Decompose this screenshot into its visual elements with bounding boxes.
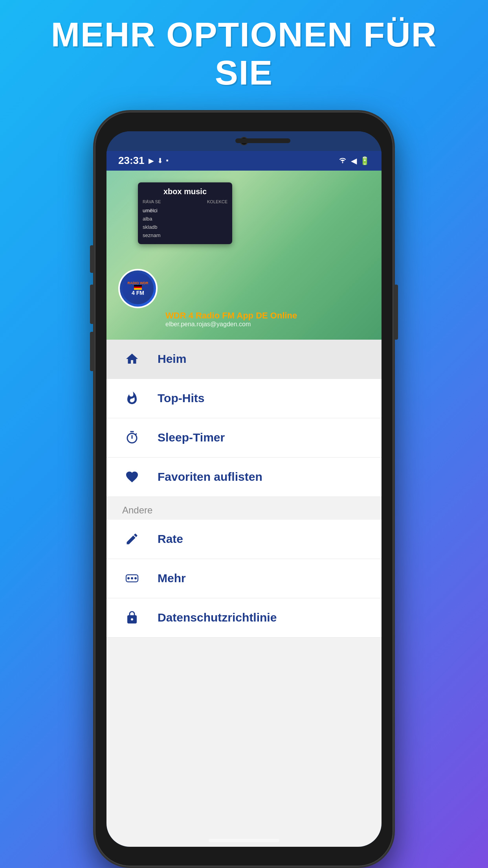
status-bar: 23:31 ▶ ⬇ ▪ ◀ 🔋 xyxy=(106,151,382,171)
app-email: elber.pena.rojas@yagden.com xyxy=(165,321,378,328)
play-icon: ▶ xyxy=(149,156,154,165)
section-andere: Andere xyxy=(106,497,382,520)
rate-icon xyxy=(122,529,142,549)
andere-label: Andere xyxy=(122,505,152,515)
dots-icon xyxy=(122,568,142,588)
lock-icon xyxy=(122,608,142,627)
xbox-header-left: RÁVA SE xyxy=(143,199,161,204)
status-right-icons: ◀ 🔋 xyxy=(338,156,370,166)
radio-logo-inner: RADIO WDR 4 FM xyxy=(122,273,154,304)
volume-up-button xyxy=(90,245,95,273)
home-indicator xyxy=(209,839,279,842)
phone-screen: RADIOSENDER 23:31 ▶ ⬇ ▪ ◀ xyxy=(106,131,382,847)
radio-wdr-text: RADIO WDR xyxy=(128,281,149,285)
power-button xyxy=(393,285,398,340)
svg-point-0 xyxy=(342,162,343,163)
phone-device: RADIOSENDER 23:31 ▶ ⬇ ▪ ◀ xyxy=(95,112,393,866)
phone-top-bar xyxy=(106,131,382,151)
german-flag xyxy=(134,285,142,290)
mehr-label: Mehr xyxy=(158,572,186,585)
menu-item-top-hits[interactable]: Top-Hits xyxy=(106,379,382,418)
wifi-icon xyxy=(338,156,348,166)
volume-down-button xyxy=(90,285,95,324)
xbox-track-2: alba xyxy=(143,215,227,223)
menu-item-heim[interactable]: Heim xyxy=(106,340,382,379)
header-background: xbox music RÁVA SE KOLEKCE umělci alba s… xyxy=(106,171,382,340)
app-content: xbox music RÁVA SE KOLEKCE umělci alba s… xyxy=(106,171,382,847)
heim-label: Heim xyxy=(158,352,186,366)
sleep-timer-label: Sleep-Timer xyxy=(158,431,225,444)
menu-item-sleep-timer[interactable]: Sleep-Timer xyxy=(106,418,382,458)
battery-icon: 🔋 xyxy=(360,156,370,166)
top-hits-label: Top-Hits xyxy=(158,392,204,405)
signal-icon: ▪ xyxy=(166,156,169,165)
xbox-track-3: skladb xyxy=(143,223,227,231)
menu-item-datenschutz[interactable]: Datenschutzrichtlinie xyxy=(106,598,382,638)
status-left-icons: ▶ ⬇ ▪ xyxy=(149,156,169,165)
signal-strength-icon: ◀ xyxy=(351,156,357,166)
menu-item-favoriten[interactable]: Favoriten auflisten xyxy=(106,458,382,497)
page-title: MEHR OPTIONEN FÜR SIE xyxy=(0,0,488,104)
xbox-track-1: umělci xyxy=(143,206,227,215)
home-icon xyxy=(122,349,142,369)
heart-icon xyxy=(122,467,142,487)
header-overlay: WDR 4 Radio FM App DE Online elber.pena.… xyxy=(165,311,378,328)
radio-4fm-text: 4 FM xyxy=(132,290,144,296)
xbox-header: RÁVA SE KOLEKCE xyxy=(143,199,227,204)
radio-logo: RADIO WDR 4 FM xyxy=(118,269,158,308)
app-title: WDR 4 Radio FM App DE Online xyxy=(165,311,378,321)
xbox-track-4: seznam xyxy=(143,231,227,239)
favoriten-label: Favoriten auflisten xyxy=(158,470,262,484)
datenschutz-label: Datenschutzrichtlinie xyxy=(158,611,277,624)
volume-down-button-2 xyxy=(90,332,95,371)
fire-icon xyxy=(122,388,142,408)
timer-icon xyxy=(122,428,142,447)
menu-item-mehr[interactable]: Mehr xyxy=(106,559,382,598)
xbox-music-card: xbox music RÁVA SE KOLEKCE umělci alba s… xyxy=(138,182,232,244)
header-image: xbox music RÁVA SE KOLEKCE umělci alba s… xyxy=(106,171,382,340)
xbox-title: xbox music xyxy=(143,187,227,196)
xbox-header-right: KOLEKCE xyxy=(207,199,227,204)
menu-item-rate[interactable]: Rate xyxy=(106,520,382,559)
rate-label: Rate xyxy=(158,532,183,546)
speaker-bar xyxy=(235,138,290,143)
download-icon: ⬇ xyxy=(157,156,163,165)
drawer-menu: Heim Top-Hits xyxy=(106,340,382,847)
status-time: 23:31 xyxy=(118,154,145,167)
